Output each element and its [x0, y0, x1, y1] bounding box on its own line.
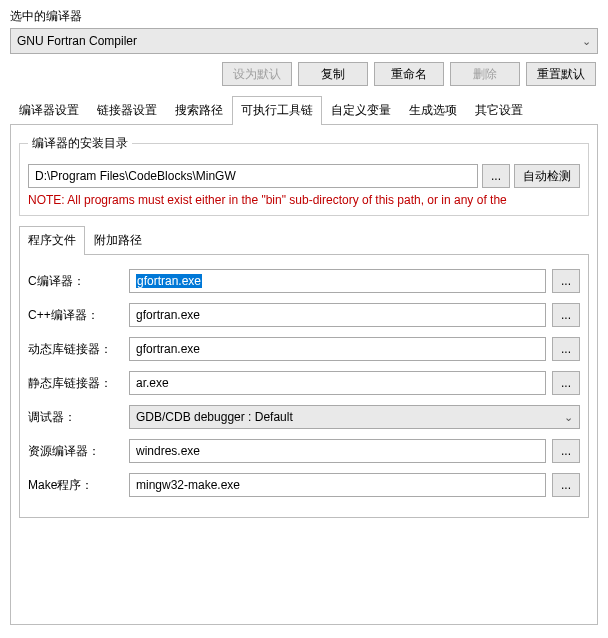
static-linker-label: 静态库链接器：: [28, 375, 123, 392]
subtab-program-files[interactable]: 程序文件: [19, 226, 85, 255]
compiler-select[interactable]: GNU Fortran Compiler ⌄: [10, 28, 598, 54]
debugger-select[interactable]: GDB/CDB debugger : Default ⌄: [129, 405, 580, 429]
res-compiler-browse-button[interactable]: ...: [552, 439, 580, 463]
debugger-label: 调试器：: [28, 409, 123, 426]
static-linker-input[interactable]: ar.exe: [129, 371, 546, 395]
tab-other-settings[interactable]: 其它设置: [466, 96, 532, 125]
tab-custom-vars[interactable]: 自定义变量: [322, 96, 400, 125]
tab-search-paths[interactable]: 搜索路径: [166, 96, 232, 125]
c-compiler-input[interactable]: gfortran.exe: [129, 269, 546, 293]
debugger-value: GDB/CDB debugger : Default: [136, 410, 293, 424]
main-tabstrip: 编译器设置 链接器设置 搜索路径 可执行工具链 自定义变量 生成选项 其它设置: [10, 96, 598, 125]
tab-build-options[interactable]: 生成选项: [400, 96, 466, 125]
c-compiler-browse-button[interactable]: ...: [552, 269, 580, 293]
make-input[interactable]: mingw32-make.exe: [129, 473, 546, 497]
cpp-compiler-label: C++编译器：: [28, 307, 123, 324]
install-dir-legend: 编译器的安装目录: [28, 135, 132, 152]
c-compiler-label: C编译器：: [28, 273, 123, 290]
dyn-linker-label: 动态库链接器：: [28, 341, 123, 358]
set-default-button[interactable]: 设为默认: [222, 62, 292, 86]
section-label: 选中的编译器: [10, 8, 598, 25]
res-compiler-label: 资源编译器：: [28, 443, 123, 460]
chevron-down-icon: ⌄: [564, 411, 573, 424]
c-compiler-value: gfortran.exe: [136, 274, 202, 288]
install-dir-note: NOTE: All programs must exist either in …: [28, 193, 580, 207]
delete-button[interactable]: 删除: [450, 62, 520, 86]
main-tab-body: 编译器的安装目录 D:\Program Files\CodeBlocks\Min…: [10, 125, 598, 625]
tab-compiler-settings[interactable]: 编译器设置: [10, 96, 88, 125]
reset-defaults-button[interactable]: 重置默认: [526, 62, 596, 86]
tab-toolchain-executables[interactable]: 可执行工具链: [232, 96, 322, 125]
make-browse-button[interactable]: ...: [552, 473, 580, 497]
cpp-compiler-input[interactable]: gfortran.exe: [129, 303, 546, 327]
dyn-linker-input[interactable]: gfortran.exe: [129, 337, 546, 361]
sub-tabstrip: 程序文件 附加路径: [19, 226, 589, 255]
tab-linker-settings[interactable]: 链接器设置: [88, 96, 166, 125]
install-dir-group: 编译器的安装目录 D:\Program Files\CodeBlocks\Min…: [19, 135, 589, 216]
subtab-additional-paths[interactable]: 附加路径: [85, 226, 151, 255]
sub-tab-body: C编译器： gfortran.exe ... C++编译器： gfortran.…: [19, 255, 589, 518]
res-compiler-input[interactable]: windres.exe: [129, 439, 546, 463]
install-dir-input[interactable]: D:\Program Files\CodeBlocks\MinGW: [28, 164, 478, 188]
dyn-linker-browse-button[interactable]: ...: [552, 337, 580, 361]
copy-button[interactable]: 复制: [298, 62, 368, 86]
chevron-down-icon: ⌄: [582, 35, 591, 48]
cpp-compiler-browse-button[interactable]: ...: [552, 303, 580, 327]
static-linker-browse-button[interactable]: ...: [552, 371, 580, 395]
install-dir-browse-button[interactable]: ...: [482, 164, 510, 188]
compiler-select-value: GNU Fortran Compiler: [17, 34, 137, 48]
make-label: Make程序：: [28, 477, 123, 494]
rename-button[interactable]: 重命名: [374, 62, 444, 86]
autodetect-button[interactable]: 自动检测: [514, 164, 580, 188]
top-button-row: 设为默认 复制 重命名 删除 重置默认: [10, 62, 598, 86]
